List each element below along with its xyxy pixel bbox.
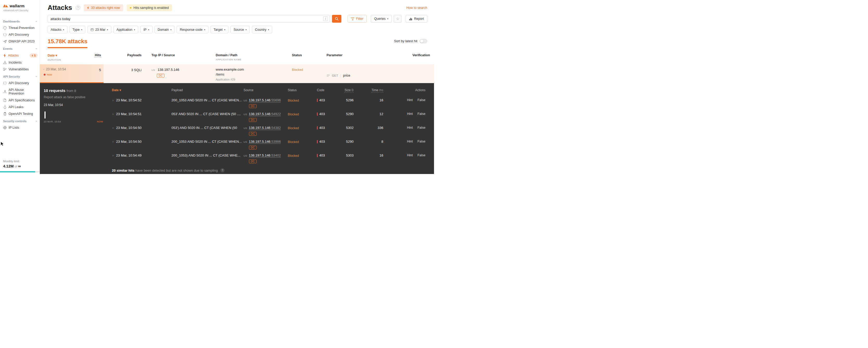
false-positive-link[interactable]: False	[417, 98, 426, 102]
sidebar-section-api-security[interactable]: API Security ›	[3, 75, 39, 78]
brand-logo[interactable]: wallarm	[3, 4, 39, 8]
hint-link[interactable]: Hint	[407, 112, 413, 116]
search-button[interactable]	[332, 15, 341, 23]
column-header-hits[interactable]: Hits	[95, 53, 101, 61]
hit-row[interactable]: ›23 Mar, 10:54:51 053' AND 5020 IN ... C…	[112, 109, 434, 123]
datacenter-tag[interactable]: DC	[249, 146, 256, 149]
hit-row[interactable]: ›23 Mar, 10:54:52 200_1053 AND 5020 IN .…	[112, 95, 434, 109]
datacenter-tag[interactable]: DC	[157, 74, 164, 78]
hit-row[interactable]: ›23 Mar, 10:54:49 200_1053) AND 5020 IN …	[112, 150, 434, 164]
filter-chip-type[interactable]: Type▾	[69, 26, 86, 33]
chart-now-label: NOW	[97, 120, 103, 123]
lightning-icon	[31, 54, 33, 57]
how-to-search-link[interactable]: How to search	[406, 6, 427, 10]
hint-link[interactable]: Hint	[407, 126, 413, 129]
false-positive-link[interactable]: False	[417, 126, 426, 129]
false-positive-link[interactable]: False	[417, 112, 426, 116]
filter-chip-source[interactable]: Source▾	[230, 26, 250, 33]
attack-path[interactable]: /items	[216, 73, 292, 76]
sidebar-item-owasp-api-2023[interactable]: OWASP API 2023	[3, 39, 39, 43]
datacenter-tag[interactable]: DC	[249, 118, 256, 122]
sidebar-section-events[interactable]: Events ›	[3, 47, 39, 50]
column-header-domain: Domain / Path	[216, 53, 292, 57]
datacenter-tag[interactable]: DC	[249, 132, 256, 136]
hit-ip-link[interactable]: 138.197.5.146:55696	[249, 98, 281, 103]
datacenter-tag[interactable]: DC	[249, 160, 256, 163]
hit-ip-link[interactable]: 138.197.5.146:53402	[249, 153, 281, 157]
sidebar-item-threat-prevention[interactable]: Threat Prevention	[3, 26, 39, 30]
attack-payloads[interactable]: 3 SQLi	[103, 64, 143, 83]
hit-ip-link[interactable]: 138.197.5.146:53986	[249, 140, 281, 144]
sidebar-item-api-abuse-prevention[interactable]: API Abuse Prevention	[3, 88, 39, 95]
filter-chip-date[interactable]: 23 Mar▾	[87, 26, 111, 33]
hits-column-source: Source	[244, 88, 288, 92]
hit-ip-link[interactable]: 138.197.5.146:54382	[249, 126, 281, 130]
hit-source: US138.197.5.146:53986 DC	[244, 140, 288, 149]
sort-toggle[interactable]	[420, 39, 427, 43]
sidebar-item-attacks[interactable]: Attacks 5	[3, 53, 39, 58]
hint-link[interactable]: Hint	[407, 140, 413, 143]
attack-domain[interactable]: www.example.com	[216, 67, 292, 71]
false-positive-link[interactable]: False	[417, 153, 426, 157]
filter-chip-ip[interactable]: IP▾	[140, 26, 152, 33]
chevron-right-icon[interactable]: ›	[113, 126, 114, 130]
hit-source: US138.197.5.146:53402 DC	[244, 153, 288, 163]
hits-column-time[interactable]: Time ms	[360, 88, 390, 92]
help-icon[interactable]: ?	[220, 168, 224, 172]
filter-chip-application[interactable]: Application▾	[114, 26, 138, 33]
hits-table: Date ▾ Payload Source Status Code Size B…	[112, 88, 434, 172]
attack-date[interactable]: › 23 Mar, 10:54	[43, 67, 66, 71]
attack-source-ip[interactable]: 138.197.5.146	[158, 68, 179, 71]
sidebar-item-api-leaks[interactable]: API Leaks	[3, 105, 39, 109]
hint-link[interactable]: Hint	[407, 153, 413, 157]
search-icon	[335, 17, 339, 21]
sidebar-item-ip-lists[interactable]: IP Lists	[3, 126, 39, 129]
sidebar-section-security-controls[interactable]: Security controls ›	[3, 120, 39, 123]
filter-chip-domain[interactable]: Domain▾	[155, 26, 175, 33]
attacks-table-header: Date ▾ DURATION Hits Payloads Top IP / S…	[40, 53, 434, 61]
datacenter-tag[interactable]: DC	[249, 104, 256, 108]
page-help-icon[interactable]: ?	[76, 5, 80, 10]
hint-link[interactable]: Hint	[407, 98, 413, 102]
report-false-positive-link[interactable]: Report attack as false positive	[44, 95, 107, 99]
sidebar-item-api-specifications[interactable]: API Specifications	[3, 98, 39, 102]
sidebar-item-openapi-testing[interactable]: OpenAPI Testing	[3, 112, 39, 116]
requests-histogram-bar	[44, 112, 45, 118]
hit-ip-link[interactable]: 138.197.5.146:54922	[249, 112, 281, 116]
chevron-right-icon[interactable]: ›	[113, 140, 114, 144]
hit-row[interactable]: ›23 Mar, 10:54:50 200_1053 AND 5020 IN .…	[112, 137, 434, 150]
filter-chip-attacks[interactable]: Attacks▾	[48, 26, 67, 33]
hit-row[interactable]: ›23 Mar, 10:54:50 053') AND 5020 IN ... …	[112, 123, 434, 137]
filter-button[interactable]: Filter	[348, 15, 367, 23]
filter-chip-response-code[interactable]: Response code▾	[177, 26, 208, 33]
queries-dropdown[interactable]: Queries ▾	[371, 15, 392, 23]
column-header-source: Top IP / Source	[143, 53, 216, 57]
favorite-star-button[interactable]: ☆	[394, 15, 401, 23]
chevron-down-icon: ›	[35, 21, 38, 22]
chevron-right-icon[interactable]: ›	[113, 112, 114, 116]
drop-icon	[3, 105, 7, 109]
false-positive-link[interactable]: False	[417, 140, 426, 143]
filter-chip-country[interactable]: Country▾	[252, 26, 272, 33]
sidebar-item-vulnerabilities[interactable]: Vulnerabilities	[3, 67, 39, 71]
chevron-right-icon[interactable]: ›	[113, 98, 114, 103]
chevron-down-icon: ▾	[387, 18, 389, 20]
hit-time: 336	[360, 126, 390, 130]
sidebar-section-dashboards[interactable]: Dashboards ›	[3, 20, 39, 23]
hits-column-code: Code	[317, 88, 340, 92]
attack-row-expanded[interactable]: › 23 Mar, 10:54 now 5 3 SQLi US 138.197.…	[40, 64, 434, 83]
sidebar-item-api-discovery[interactable]: API Discovery	[3, 33, 39, 36]
sidebar-item-api-discovery-2[interactable]: API Discovery	[3, 81, 39, 85]
list-icon	[327, 74, 330, 77]
report-button[interactable]: Report	[406, 15, 427, 23]
search-input[interactable]	[48, 15, 330, 23]
hits-column-date[interactable]: Date ▾	[112, 88, 172, 92]
column-header-date[interactable]: Date ▾	[48, 53, 61, 57]
chevron-down-icon: ›	[35, 48, 38, 49]
chevron-right-icon[interactable]: ›	[113, 153, 114, 157]
sidebar-item-incidents[interactable]: Incidents	[3, 61, 39, 64]
hits-column-size[interactable]: Size B	[340, 88, 360, 92]
brand-name: wallarm	[10, 4, 25, 8]
column-header-parameter: Parameter	[327, 53, 412, 57]
filter-chip-target[interactable]: Target▾	[211, 26, 228, 33]
